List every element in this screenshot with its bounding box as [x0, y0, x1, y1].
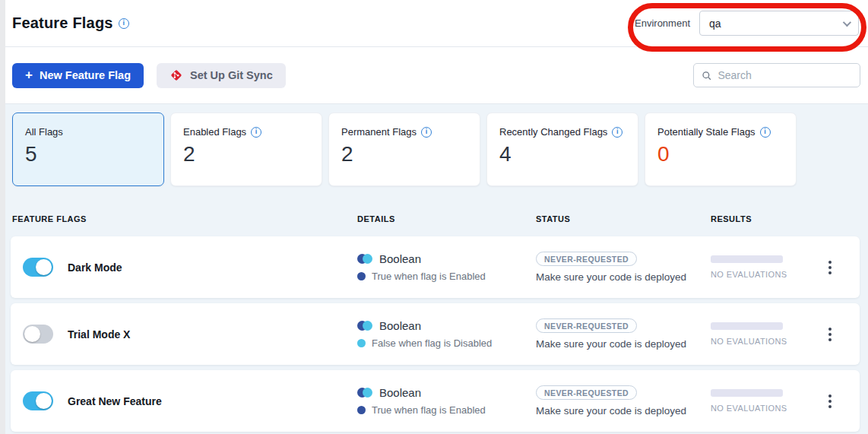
- rule-text: True when flag is Enabled: [372, 404, 486, 416]
- setup-git-sync-label: Set Up Git Sync: [190, 69, 273, 81]
- content-area: All Flags 5 Enabled Flags 2 Permanent Fl…: [5, 104, 868, 432]
- environment-select[interactable]: qa: [699, 11, 859, 36]
- stat-card-enabled-flags[interactable]: Enabled Flags 2: [170, 112, 322, 186]
- status-text: Make sure your code is deployed: [536, 405, 711, 417]
- flag-name[interactable]: Trial Mode X: [68, 328, 130, 341]
- rule-text: True when flag is Enabled: [372, 271, 486, 282]
- stat-label: Recently Changed Flags: [499, 126, 607, 138]
- rule-dot-icon: [357, 339, 366, 347]
- info-icon[interactable]: [612, 127, 622, 138]
- stat-value: 2: [183, 142, 309, 166]
- row-menu-kebab-icon[interactable]: [824, 258, 836, 277]
- flag-toggle[interactable]: [23, 258, 53, 277]
- column-header-status: STATUS: [536, 214, 711, 223]
- flag-toggle[interactable]: [23, 391, 53, 410]
- new-feature-flag-label: New Feature Flag: [40, 69, 131, 81]
- flag-name[interactable]: Dark Mode: [68, 261, 122, 274]
- setup-git-sync-button[interactable]: Set Up Git Sync: [157, 63, 286, 88]
- stat-label: Permanent Flags: [341, 126, 417, 138]
- stat-card-potentially-stale-flags[interactable]: Potentially Stale Flags 0: [645, 112, 797, 186]
- evaluations-label: NO EVALUATIONS: [711, 270, 787, 279]
- stat-card-recently-changed-flags[interactable]: Recently Changed Flags 4: [486, 112, 638, 186]
- table-row: Great New Feature Boolean True when flag…: [11, 370, 860, 432]
- evaluations-bar: [711, 389, 783, 397]
- chevron-down-icon: [843, 17, 851, 26]
- environment-label: Environment: [635, 17, 690, 29]
- page-title: Feature Flags: [12, 14, 113, 32]
- new-feature-flag-button[interactable]: + New Feature Flag: [12, 63, 144, 88]
- table-row: Dark Mode Boolean True when flag is Enab…: [11, 236, 860, 298]
- stat-card-permanent-flags[interactable]: Permanent Flags 2: [328, 112, 480, 186]
- column-header-results: RESULTS: [711, 214, 868, 223]
- stat-cards: All Flags 5 Enabled Flags 2 Permanent Fl…: [12, 112, 868, 186]
- stat-value: 5: [25, 142, 151, 166]
- environment-value: qa: [709, 17, 721, 30]
- column-header-details: DETAILS: [357, 214, 536, 223]
- toggle-knob: [36, 259, 52, 275]
- rule-dot-icon: [357, 406, 366, 414]
- stat-value: 4: [499, 142, 626, 166]
- info-icon[interactable]: [251, 127, 261, 138]
- page-left-edge: [0, 0, 5, 434]
- feature-flags-page: Feature Flags Environment qa + New Featu…: [5, 0, 868, 434]
- title-info-icon[interactable]: [119, 18, 129, 29]
- flag-type: Boolean: [379, 386, 421, 399]
- flag-toggle[interactable]: [23, 325, 53, 344]
- info-icon[interactable]: [421, 127, 432, 138]
- rule-dot-icon: [357, 272, 366, 280]
- stat-label: Potentially Stale Flags: [657, 126, 756, 138]
- row-menu-kebab-icon[interactable]: [824, 391, 836, 411]
- status-badge: NEVER-REQUESTED: [536, 318, 637, 333]
- status-text: Make sure your code is deployed: [536, 338, 711, 350]
- flag-type: Boolean: [379, 319, 421, 332]
- stat-label: All Flags: [25, 126, 63, 138]
- evaluations-bar: [711, 255, 783, 263]
- environment-picker: Environment qa: [635, 11, 859, 36]
- boolean-type-icon: [357, 388, 372, 398]
- table-row: Trial Mode X Boolean False when flag is …: [11, 303, 860, 365]
- boolean-type-icon: [357, 321, 372, 331]
- status-badge: NEVER-REQUESTED: [536, 385, 637, 400]
- evaluations-bar: [711, 322, 783, 330]
- git-icon: [169, 68, 183, 82]
- toggle-knob: [24, 326, 40, 342]
- rule-text: False when flag is Disabled: [372, 337, 492, 349]
- flag-name[interactable]: Great New Feature: [68, 395, 162, 407]
- status-badge: NEVER-REQUESTED: [536, 252, 637, 266]
- stat-card-all-flags[interactable]: All Flags 5: [12, 112, 164, 186]
- stat-value: 2: [341, 142, 467, 166]
- search-icon: [702, 70, 711, 81]
- stat-value: 0: [657, 142, 784, 166]
- evaluations-label: NO EVALUATIONS: [711, 337, 787, 346]
- info-icon[interactable]: [760, 127, 771, 138]
- flag-type: Boolean: [379, 252, 421, 265]
- row-menu-kebab-icon[interactable]: [824, 325, 836, 344]
- plus-icon: +: [25, 68, 33, 81]
- page-header: Feature Flags Environment qa: [5, 0, 868, 47]
- evaluations-label: NO EVALUATIONS: [711, 404, 787, 413]
- search-box[interactable]: [693, 63, 860, 87]
- boolean-type-icon: [357, 254, 372, 264]
- status-text: Make sure your code is deployed: [536, 271, 711, 283]
- search-input[interactable]: [718, 69, 852, 81]
- toolbar: + New Feature Flag Set Up Git Sync: [5, 47, 868, 104]
- title-wrap: Feature Flags: [12, 14, 129, 32]
- table-header: FEATURE FLAGS DETAILS STATUS RESULTS: [11, 201, 868, 236]
- stat-label: Enabled Flags: [183, 126, 246, 138]
- column-header-feature-flags: FEATURE FLAGS: [12, 214, 357, 223]
- toggle-knob: [36, 393, 52, 409]
